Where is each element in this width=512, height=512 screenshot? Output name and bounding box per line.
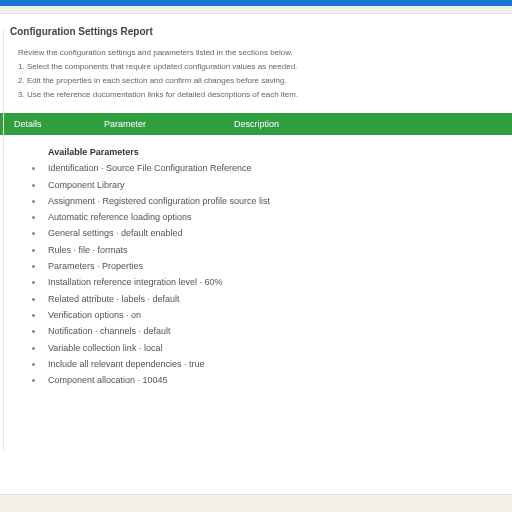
margin-rule <box>3 28 4 452</box>
status-bar <box>0 494 512 512</box>
list-item[interactable]: Component allocation · 10045 <box>48 373 506 388</box>
list-item[interactable]: Identification · Source File Configurati… <box>48 161 506 176</box>
list-item[interactable]: Related attribute · labels · default <box>48 292 506 307</box>
header-col-description[interactable]: Description <box>220 119 512 129</box>
intro-line-2: 2. Edit the properties in each section a… <box>18 75 506 87</box>
list-item[interactable]: Verification options · on <box>48 308 506 323</box>
list-item[interactable]: Rules · file · formats <box>48 243 506 258</box>
list-item[interactable]: Component Library <box>48 178 506 193</box>
list-item[interactable]: Installation reference integration level… <box>48 275 506 290</box>
table-header-bar: Details Parameter Description <box>0 113 512 135</box>
page-title: Configuration Settings Report <box>6 26 506 37</box>
list-item[interactable]: Variable collection link · local <box>48 341 506 356</box>
list-item[interactable]: Automatic reference loading options <box>48 210 506 225</box>
intro-block: Review the configuration settings and pa… <box>6 47 506 101</box>
main-content: Configuration Settings Report Review the… <box>0 14 512 395</box>
header-col-details[interactable]: Details <box>0 119 90 129</box>
list-item[interactable]: Include all relevant dependencies · true <box>48 357 506 372</box>
intro-line-3: 3. Use the reference documentation links… <box>18 89 506 101</box>
list-item[interactable]: Parameters · Properties <box>48 259 506 274</box>
list-item[interactable]: Assignment · Registered configuration pr… <box>48 194 506 209</box>
header-col-parameter[interactable]: Parameter <box>90 119 220 129</box>
parameter-list: Available Parameters Identification · So… <box>6 135 506 388</box>
list-item[interactable]: General settings · default enabled <box>48 226 506 241</box>
list-item[interactable]: Notification · channels · default <box>48 324 506 339</box>
intro-line-0: Review the configuration settings and pa… <box>18 47 506 59</box>
intro-line-1: 1. Select the components that require up… <box>18 61 506 73</box>
browser-tab[interactable] <box>0 6 512 14</box>
list-header: Available Parameters <box>48 145 506 160</box>
